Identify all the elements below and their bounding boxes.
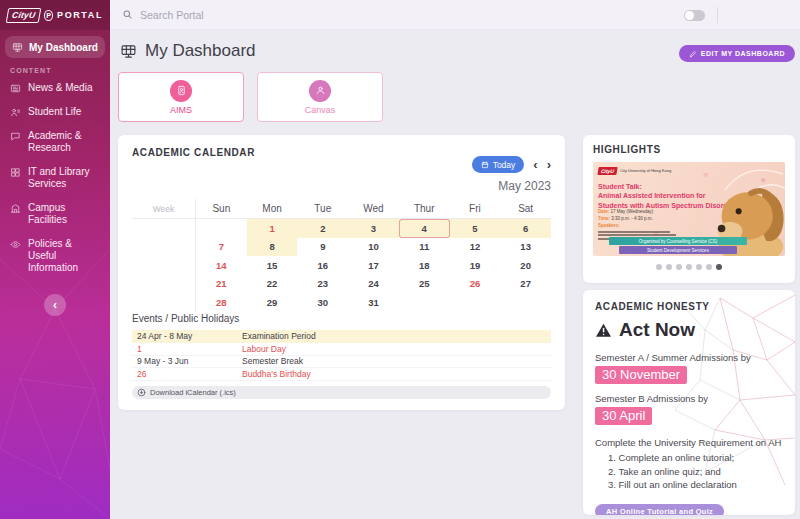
- sidebar-logo[interactable]: CityU P PORTAL: [0, 0, 110, 30]
- calendar-day[interactable]: 10: [348, 238, 399, 257]
- ah-online-tutorial-and-quiz-button[interactable]: AH Online Tutorial and Quiz: [595, 504, 724, 515]
- event-name: Examination Period: [237, 331, 551, 341]
- today-button[interactable]: Today: [472, 156, 525, 173]
- requirement-step-2: 2. Take an online quiz; and: [608, 466, 783, 478]
- calendar-day: [500, 293, 551, 312]
- semester-a-line: Semester A / Summer Admissions by: [595, 352, 783, 363]
- sidebar-item-my-dashboard[interactable]: My Dashboard: [5, 36, 105, 58]
- calendar-day[interactable]: 27: [500, 275, 551, 294]
- event-date: 1: [132, 344, 237, 354]
- calendar-day[interactable]: 17: [348, 256, 399, 275]
- canvas-icon: [309, 80, 331, 102]
- calendar-day[interactable]: 19: [450, 256, 501, 275]
- calendar-day[interactable]: 29: [247, 293, 298, 312]
- calendar-day[interactable]: 24: [348, 275, 399, 294]
- calendar-day[interactable]: 6: [500, 219, 551, 238]
- sidebar-item-it-and-library-services[interactable]: IT and Library Services: [0, 160, 110, 196]
- carousel-dot-2[interactable]: [666, 264, 672, 270]
- calendar-day[interactable]: 1: [247, 219, 298, 238]
- poster-flag-logo: CityU: [597, 167, 617, 175]
- calendar-controls: Today ‹ ›: [472, 156, 551, 173]
- calendar-day[interactable]: 25: [399, 275, 450, 294]
- poster-speakers-label: Speakers:: [598, 223, 676, 230]
- requirement-intro: Complete the University Requirement on A…: [595, 437, 783, 448]
- download-button-label: Download iCalendar (.ics): [150, 388, 236, 397]
- sidebar-item-label: Academic & Research: [28, 130, 100, 154]
- quick-link-canvas[interactable]: Canvas: [257, 72, 383, 122]
- sidebar-item-student-life[interactable]: Student Life: [0, 100, 110, 124]
- event-row-semester-break: 9 May - 3 JunSemester Break: [132, 356, 551, 369]
- calendar-week-row: 78910111213: [132, 238, 551, 257]
- page-title-text: My Dashboard: [145, 41, 256, 61]
- act-now-heading: Act Now: [595, 319, 783, 341]
- highlight-poster[interactable]: ♥ ♥ ♥ ♥ CityU City University of Hong Ko…: [593, 162, 785, 256]
- event-row-examination-period: 24 Apr - 8 MayExamination Period: [132, 330, 551, 343]
- poster-university-name: City University of Hong Kong: [620, 168, 671, 173]
- calendar-grid: WeekSunMonTueWedThurFriSat 1234567891011…: [132, 199, 551, 312]
- weekday-header-mon: Mon: [247, 199, 298, 218]
- main-content: My Dashboard EDIT MY DASHBOARD AIMSCanva…: [110, 30, 800, 519]
- calendar-day[interactable]: 30: [297, 293, 348, 312]
- calendar-day[interactable]: 23: [297, 275, 348, 294]
- sidebar-item-campus-facilities[interactable]: Campus Facilities: [0, 196, 110, 232]
- calendar-day[interactable]: 31: [348, 293, 399, 312]
- poster-date-value: 17 May (Wednesday): [611, 209, 654, 214]
- calendar-day: [450, 293, 501, 312]
- calendar-day[interactable]: 11: [399, 238, 450, 257]
- pencil-icon: [689, 50, 697, 58]
- carousel-dot-5[interactable]: [696, 264, 702, 270]
- highlights-title: HIGHLIGHTS: [593, 144, 785, 155]
- sidebar-item-academic-research[interactable]: Academic & Research: [0, 124, 110, 160]
- calendar-day[interactable]: 21: [196, 275, 247, 294]
- carousel-dot-4[interactable]: [686, 264, 692, 270]
- calendar-day[interactable]: 20: [500, 256, 551, 275]
- cityu-portal-app: CityU P PORTAL My Dashboard CONTENT News…: [0, 0, 800, 519]
- event-name: Semester Break: [237, 356, 551, 366]
- sidebar-item-news-media[interactable]: News & Media: [0, 76, 110, 100]
- aims-icon: [170, 80, 192, 102]
- calendar-next-button[interactable]: ›: [547, 158, 551, 171]
- calendar-day[interactable]: 13: [500, 238, 551, 257]
- edit-my-dashboard-button[interactable]: EDIT MY DASHBOARD: [679, 45, 795, 62]
- calendar-day[interactable]: 3: [348, 219, 399, 238]
- carousel-dot-6[interactable]: [706, 264, 712, 270]
- calendar-day[interactable]: 12: [450, 238, 501, 257]
- calendar-day[interactable]: 14: [196, 256, 247, 275]
- calendar-day[interactable]: 16: [297, 256, 348, 275]
- calendar-day[interactable]: 22: [247, 275, 298, 294]
- carousel-dot-7[interactable]: [716, 264, 722, 270]
- calendar-icon: [481, 161, 489, 169]
- requirement-steps: 1. Complete an online tutorial;2. Take a…: [595, 452, 783, 491]
- calendar-month-label: May 2023: [498, 179, 551, 193]
- sidebar-item-policies-useful-information[interactable]: Policies & Useful Information: [0, 232, 110, 280]
- semester-a-deadline-chip: 30 November: [595, 366, 687, 384]
- semester-b-line: Semester B Admissions by: [595, 393, 783, 404]
- carousel-dot-1[interactable]: [656, 264, 662, 270]
- topbar-divider: [717, 7, 718, 23]
- event-row-buddha-s-birthday: 26Buddha's Birthday: [132, 368, 551, 381]
- theme-toggle[interactable]: [684, 10, 705, 21]
- calendar-day[interactable]: 7: [196, 238, 247, 257]
- calendar-day-today[interactable]: 4: [399, 219, 450, 238]
- calendar-day[interactable]: 9: [297, 238, 348, 257]
- quick-link-aims[interactable]: AIMS: [118, 72, 244, 122]
- carousel-dot-3[interactable]: [676, 264, 682, 270]
- sidebar-collapse-button[interactable]: ‹: [44, 294, 66, 316]
- honesty-buttons: AH Online Tutorial and QuizRules on Acad…: [595, 504, 783, 515]
- portal-wordmark: PORTAL: [57, 10, 103, 20]
- weekday-header-fri: Fri: [450, 199, 501, 218]
- calendar-day[interactable]: 2: [297, 219, 348, 238]
- calendar-day[interactable]: 28: [196, 293, 247, 312]
- calendar-day[interactable]: 8: [247, 238, 298, 257]
- calendar-day[interactable]: 26: [450, 275, 501, 294]
- sidebar-item-label: Policies & Useful Information: [28, 238, 100, 274]
- poster-time-label: Time:: [598, 216, 610, 221]
- chevron-left-icon: ‹: [53, 298, 57, 312]
- calendar-day[interactable]: 18: [399, 256, 450, 275]
- calendar-prev-button[interactable]: ‹: [533, 158, 537, 171]
- download-icalendar-button[interactable]: Download iCalendar (.ics): [132, 386, 551, 399]
- calendar-day[interactable]: 5: [450, 219, 501, 238]
- calendar-day[interactable]: 15: [247, 256, 298, 275]
- search-icon: [122, 9, 133, 20]
- search-input[interactable]: [140, 9, 440, 21]
